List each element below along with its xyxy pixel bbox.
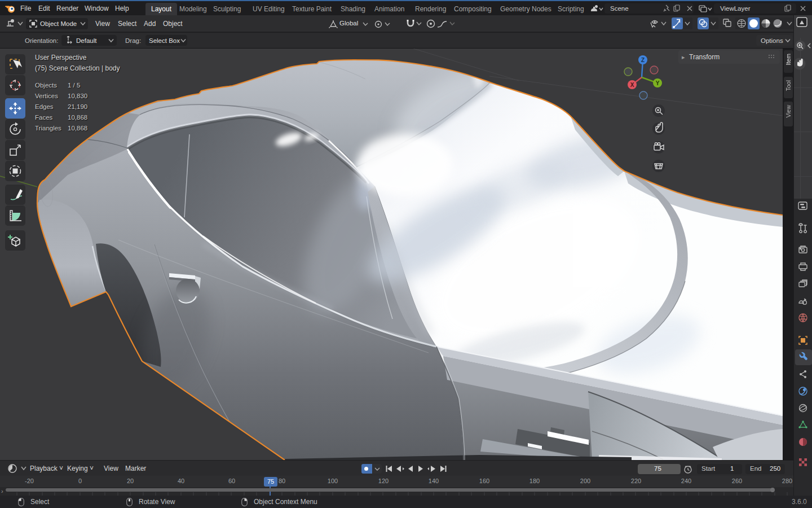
svg-text:X: X <box>630 82 634 88</box>
svg-text:Z: Z <box>641 57 645 63</box>
svg-text:Y: Y <box>656 80 660 86</box>
